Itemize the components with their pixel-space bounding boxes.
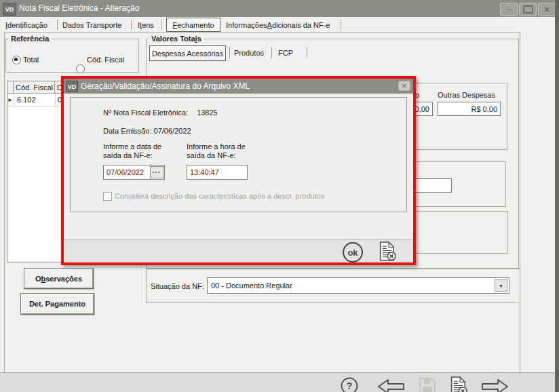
- outras-despesas-field[interactable]: R$ 0,00: [438, 102, 501, 116]
- minimize-button[interactable]: –: [500, 3, 518, 16]
- save-button-disabled[interactable]: [419, 377, 436, 392]
- app-icon: VD: [3, 3, 16, 16]
- window-edge: [555, 0, 559, 392]
- ok-icon: ok: [347, 248, 358, 258]
- close-icon: ✕: [543, 5, 550, 14]
- time-value: 13:40:47: [190, 165, 219, 179]
- save-icon: [419, 377, 436, 392]
- arrow-right-icon: [480, 378, 510, 392]
- svg-text:?: ?: [347, 380, 353, 391]
- nfe-number-value: 13825: [197, 109, 218, 117]
- window-title: Nota Fiscal Eletrônica - Alteração: [19, 3, 139, 13]
- dialog-titlebar[interactable]: VD Geração/Validação/Assinatura do Arqui…: [64, 79, 413, 94]
- close-button[interactable]: ✕: [538, 3, 556, 16]
- document-cancel-icon: [448, 376, 469, 392]
- maximize-icon: [523, 5, 533, 14]
- dropdown-button[interactable]: ▼: [495, 279, 507, 292]
- date-value: 07/06/2022: [107, 165, 144, 179]
- referencia-legend: Referência: [8, 35, 52, 43]
- xml-generation-dialog: VD Geração/Validação/Assinatura do Arqui…: [61, 76, 416, 265]
- radio-total[interactable]: [12, 56, 21, 64]
- nfe-number-label: Nº Nota Fiscal Eletrônica:: [103, 109, 188, 117]
- tab-separator: [161, 20, 161, 30]
- situacao-label: Situação da NF:: [151, 282, 204, 290]
- dialog-close-button[interactable]: ✕: [398, 81, 410, 91]
- row-marker-icon: ►: [7, 94, 14, 106]
- tab-itens[interactable]: Itens: [138, 19, 154, 31]
- window-titlebar: VD Nota Fiscal Eletrônica - Alteração – …: [0, 0, 555, 17]
- descricao-checkbox-label: Considera descrição das características …: [115, 192, 324, 200]
- nfe-number-line: Nº Nota Fiscal Eletrônica: 13825: [103, 109, 218, 117]
- subtab-fcp[interactable]: FCP: [278, 47, 293, 58]
- radio-cod-fiscal-label: Cód. Fiscal: [87, 56, 124, 64]
- bottom-toolbar: [0, 372, 555, 392]
- tab-fechamento-selected[interactable]: Fechamento: [166, 18, 220, 32]
- ellipsis-icon: ···: [153, 169, 161, 176]
- valores-totais-legend: Valores Totais: [149, 35, 204, 43]
- tab-separator: [131, 20, 132, 30]
- date-input[interactable]: 07/06/2022 ···: [103, 165, 165, 180]
- ok-button[interactable]: ok: [343, 242, 363, 262]
- chevron-down-icon: ▼: [499, 283, 503, 288]
- close-icon: ✕: [402, 82, 407, 90]
- date-label-line1: Informe a data de: [103, 142, 161, 151]
- cell-cod-fiscal: 6.102: [14, 94, 56, 106]
- dialog-cancel-button[interactable]: [377, 241, 398, 262]
- subtab-separator: [229, 47, 230, 58]
- subtab-despesas-acessorias-selected[interactable]: Despesas Acessórias: [149, 45, 226, 61]
- previous-button[interactable]: [376, 378, 406, 392]
- time-input[interactable]: 13:40:47: [187, 165, 248, 180]
- situacao-value: 00 - Documento Regular: [211, 278, 292, 293]
- dialog-title: Geração/Validação/Assinatura do Arquivo …: [81, 81, 250, 91]
- radio-cod-fiscal[interactable]: [76, 64, 85, 73]
- situacao-dropdown[interactable]: 00 - Documento Regular ▼: [207, 277, 509, 294]
- subtab-produtos[interactable]: Produtos: [234, 47, 264, 58]
- cancel-button[interactable]: [448, 376, 469, 392]
- tab-identificacao[interactable]: Identificação: [5, 19, 47, 31]
- help-icon: ?: [340, 376, 359, 392]
- observacoes-button[interactable]: Observações: [24, 268, 94, 289]
- subtab-separator: [307, 47, 307, 58]
- subtab-separator: [271, 47, 272, 58]
- application-window: VD Nota Fiscal Eletrônica - Alteração – …: [0, 0, 559, 392]
- radio-total-label: Total: [23, 56, 39, 64]
- det-pagamento-button[interactable]: Det. Pagamento: [20, 293, 94, 315]
- tab-informacoes-adicionais[interactable]: Informações Adicionais da NF-e: [226, 19, 330, 31]
- arrow-left-icon: [376, 378, 406, 392]
- maximize-button[interactable]: [519, 3, 537, 16]
- time-label-line1: Informe a hora de: [187, 142, 246, 151]
- grid-header-cod-fiscal: Cód. Fiscal: [14, 81, 55, 94]
- outras-despesas-label: Outras Despesas: [438, 91, 495, 99]
- tab-separator: [57, 20, 58, 30]
- grid-header-selector: [7, 81, 14, 94]
- date-label-line2: saída da NF-e:: [103, 151, 153, 159]
- emissao-line: Data Emissão: 07/06/2022: [103, 127, 191, 135]
- tab-bar: Identificação Dados Transporte Itens Fec…: [0, 17, 555, 32]
- help-button[interactable]: ?: [340, 376, 359, 392]
- tab-dados-transporte[interactable]: Dados Transporte: [62, 19, 121, 31]
- descricao-checkbox[interactable]: [103, 192, 112, 201]
- date-picker-button[interactable]: ···: [150, 166, 163, 178]
- time-label-line2: saída da NF-e:: [187, 151, 236, 159]
- minimize-icon: –: [507, 5, 511, 14]
- tab-separator: [341, 20, 341, 30]
- next-button[interactable]: [480, 378, 510, 392]
- document-cancel-icon: [377, 241, 398, 262]
- dialog-icon: VD: [66, 81, 78, 92]
